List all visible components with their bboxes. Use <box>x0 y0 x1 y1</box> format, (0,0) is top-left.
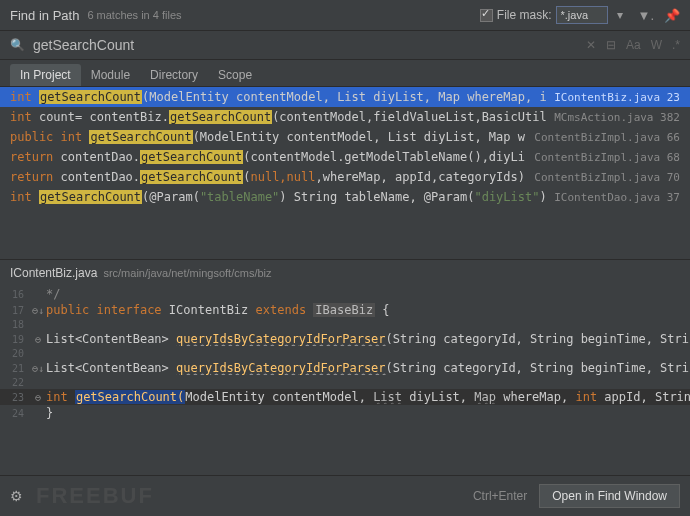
code-line[interactable]: 17⊖↓ public interface IContentBiz extend… <box>0 302 690 318</box>
result-row[interactable]: return contentDao.getSearchCount(content… <box>0 147 690 167</box>
tab-directory[interactable]: Directory <box>140 64 208 86</box>
watermark-text: FREEBUF <box>36 483 154 509</box>
dialog-title: Find in Path <box>10 8 79 23</box>
settings-icon[interactable]: ⚙ <box>10 488 23 504</box>
match-case-icon[interactable]: Aa <box>626 38 641 52</box>
code-line[interactable]: 24 } <box>0 405 690 421</box>
preview-filename: IContentBiz.java <box>10 266 97 280</box>
code-editor[interactable]: 16 */17⊖↓ public interface IContentBiz e… <box>0 286 690 421</box>
search-row: 🔍 ✕ ⊟ Aa W .* <box>0 31 690 60</box>
tab-in-project[interactable]: In Project <box>10 64 81 86</box>
code-line[interactable]: 20 <box>0 347 690 360</box>
tab-module[interactable]: Module <box>81 64 140 86</box>
filemask-label: File mask: <box>497 8 552 22</box>
preview-header: IContentBiz.java src/main/java/net/mings… <box>0 260 690 286</box>
preview-panel: IContentBiz.java src/main/java/net/mings… <box>0 259 690 421</box>
search-icon: 🔍 <box>10 38 25 52</box>
filemask-group: File mask: ▾ <box>480 6 628 24</box>
result-row[interactable]: public int getSearchCount(ModelEntity co… <box>0 127 690 147</box>
filemask-dropdown[interactable]: ▾ <box>612 8 628 22</box>
result-row[interactable]: int getSearchCount(ModelEntity contentMo… <box>0 87 690 107</box>
code-line[interactable]: 19⊖ List<ContentBean> queryIdsByCategory… <box>0 331 690 347</box>
code-line[interactable]: 18 <box>0 318 690 331</box>
pin-icon[interactable]: 📌 <box>664 8 680 23</box>
filemask-checkbox[interactable] <box>480 9 493 22</box>
words-icon[interactable]: W <box>651 38 662 52</box>
history-icon[interactable]: ⊟ <box>606 38 616 52</box>
clear-icon[interactable]: ✕ <box>586 38 596 52</box>
dialog-footer: ⚙ FREEBUF Ctrl+Enter Open in Find Window <box>0 475 690 516</box>
filter-icon[interactable]: ▼. <box>638 8 654 23</box>
filemask-input[interactable] <box>556 6 608 24</box>
result-row[interactable]: int getSearchCount(@Param("tableName") S… <box>0 187 690 207</box>
preview-path: src/main/java/net/mingsoft/cms/biz <box>103 267 271 279</box>
tab-scope[interactable]: Scope <box>208 64 262 86</box>
match-count: 6 matches in 4 files <box>87 9 181 21</box>
shortcut-hint: Ctrl+Enter <box>473 489 527 503</box>
search-input[interactable] <box>33 37 576 53</box>
dialog-header: Find in Path 6 matches in 4 files File m… <box>0 0 690 31</box>
results-list: int getSearchCount(ModelEntity contentMo… <box>0 87 690 207</box>
result-row[interactable]: int count= contentBiz.getSearchCount(con… <box>0 107 690 127</box>
code-line[interactable]: 22 <box>0 376 690 389</box>
code-line[interactable]: 21⊖↓ List<ContentBean> queryIdsByCategor… <box>0 360 690 376</box>
result-row[interactable]: return contentDao.getSearchCount(null,nu… <box>0 167 690 187</box>
code-line[interactable]: 23⊖ int getSearchCount(ModelEntity conte… <box>0 389 690 405</box>
code-line[interactable]: 16 */ <box>0 286 690 302</box>
scope-tabs: In ProjectModuleDirectoryScope <box>0 60 690 87</box>
regex-icon[interactable]: .* <box>672 38 680 52</box>
open-find-window-button[interactable]: Open in Find Window <box>539 484 680 508</box>
